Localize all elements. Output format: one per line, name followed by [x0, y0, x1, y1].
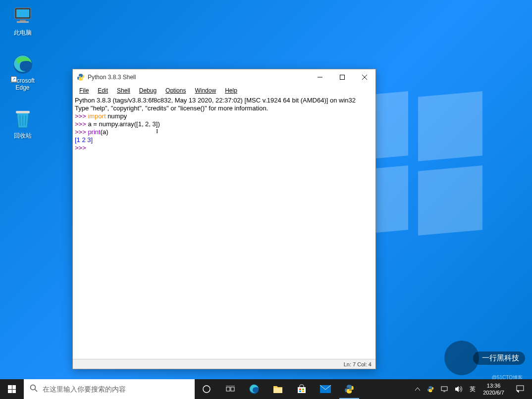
- menu-edit[interactable]: Edit: [93, 86, 112, 95]
- shell-text-area[interactable]: Python 3.8.3 (tags/v3.8.3:6f8c832, May 1…: [73, 96, 375, 359]
- windows-logo-icon: [8, 385, 16, 393]
- window-title: Python 3.8.3 Shell: [88, 74, 309, 81]
- status-bar: Ln: 7 Col: 4: [73, 359, 375, 369]
- menu-help[interactable]: Help: [220, 86, 242, 95]
- svg-point-15: [203, 386, 210, 393]
- desktop-icon-edge[interactable]: ↗ Microsoft Edge: [4, 53, 41, 91]
- shortcut-arrow-icon: ↗: [11, 76, 17, 82]
- tray-date: 2020/6/7: [483, 389, 504, 396]
- start-button[interactable]: [0, 379, 24, 399]
- taskbar-edge[interactable]: [242, 379, 266, 399]
- svg-rect-3: [17, 21, 29, 23]
- svg-rect-21: [299, 389, 301, 390]
- svg-rect-1: [16, 9, 29, 17]
- shell-code: a = numpy.array([1, 2, 3]): [88, 120, 160, 128]
- shell-output: [1 2 3]: [75, 136, 93, 144]
- svg-rect-26: [441, 387, 447, 391]
- minimize-button[interactable]: [309, 70, 331, 85]
- menu-file[interactable]: File: [75, 86, 93, 95]
- this-pc-icon: [12, 5, 34, 27]
- svg-rect-28: [517, 386, 524, 391]
- desktop-icon-this-pc[interactable]: 此电脑: [4, 5, 41, 37]
- desktop-icon-label: Microsoft Edge: [4, 77, 41, 91]
- svg-rect-2: [20, 20, 26, 21]
- taskbar-explorer[interactable]: [266, 379, 290, 399]
- svg-rect-10: [340, 75, 344, 80]
- shell-prompt: >>>: [75, 144, 88, 151]
- tray-time: 13:36: [483, 382, 504, 389]
- svg-rect-5: [16, 111, 30, 113]
- title-bar[interactable]: Python 3.8.3 Shell: [73, 69, 375, 85]
- watermark-avatar: [444, 341, 479, 375]
- shell-prompt: >>>: [75, 128, 88, 136]
- tray-ime[interactable]: 英: [466, 379, 479, 399]
- svg-rect-17: [231, 387, 234, 391]
- keyword-import: import: [88, 112, 106, 120]
- tray-network-icon[interactable]: [437, 379, 451, 399]
- recycle-bin-icon: [12, 108, 34, 130]
- search-icon: [30, 384, 38, 394]
- svg-point-13: [31, 385, 36, 390]
- shell-banner-line: Type "help", "copyright", "credits" or "…: [75, 104, 268, 112]
- tray-show-hidden[interactable]: [412, 379, 424, 399]
- menu-bar: File Edit Shell Debug Options Window Hel…: [73, 85, 375, 96]
- desktop-icon-label: 回收站: [4, 132, 41, 140]
- tray-datetime[interactable]: 13:36 2020/6/7: [479, 382, 508, 397]
- taskbar-search[interactable]: [24, 379, 195, 399]
- taskbar-cortana[interactable]: [195, 379, 218, 399]
- tray-notifications[interactable]: [508, 379, 532, 399]
- svg-rect-16: [226, 387, 230, 391]
- desktop-icon-label: 此电脑: [4, 29, 41, 37]
- tray-python-icon[interactable]: [424, 379, 437, 399]
- shell-prompt: >>>: [75, 120, 88, 128]
- builtin-print: print: [88, 128, 100, 136]
- edge-icon: [12, 53, 34, 75]
- search-input[interactable]: [43, 385, 189, 393]
- watermark-text: 一行黑科技: [473, 351, 525, 365]
- taskbar-mail[interactable]: [314, 379, 337, 399]
- svg-rect-24: [302, 391, 304, 392]
- taskbar-store[interactable]: [290, 379, 314, 399]
- shell-banner-line: Python 3.8.3 (tags/v3.8.3:6f8c832, May 1…: [75, 97, 356, 104]
- menu-window[interactable]: Window: [190, 86, 220, 95]
- menu-shell[interactable]: Shell: [112, 86, 135, 95]
- taskbar-python-idle[interactable]: [337, 379, 361, 399]
- status-position: Ln: 7 Col: 4: [344, 361, 372, 367]
- svg-rect-20: [273, 388, 282, 393]
- svg-line-14: [35, 390, 38, 392]
- taskbar: 英 13:36 2020/6/7: [0, 379, 532, 399]
- close-button[interactable]: [353, 70, 375, 85]
- taskbar-task-view[interactable]: [218, 379, 242, 399]
- text-cursor-icon: I: [156, 128, 158, 135]
- tray-volume-icon[interactable]: [451, 379, 466, 399]
- menu-options[interactable]: Options: [161, 86, 190, 95]
- menu-debug[interactable]: Debug: [135, 86, 161, 95]
- svg-rect-22: [302, 389, 304, 390]
- watermark-widget: 一行黑科技 @51CTO博客: [444, 341, 525, 375]
- svg-rect-23: [299, 391, 301, 392]
- desktop-icon-recycle-bin[interactable]: 回收站: [4, 108, 41, 140]
- maximize-button[interactable]: [331, 70, 353, 85]
- python-icon: [77, 73, 85, 81]
- shell-prompt: >>>: [75, 112, 88, 120]
- python-idle-window: Python 3.8.3 Shell File Edit Shell Debug…: [72, 69, 376, 369]
